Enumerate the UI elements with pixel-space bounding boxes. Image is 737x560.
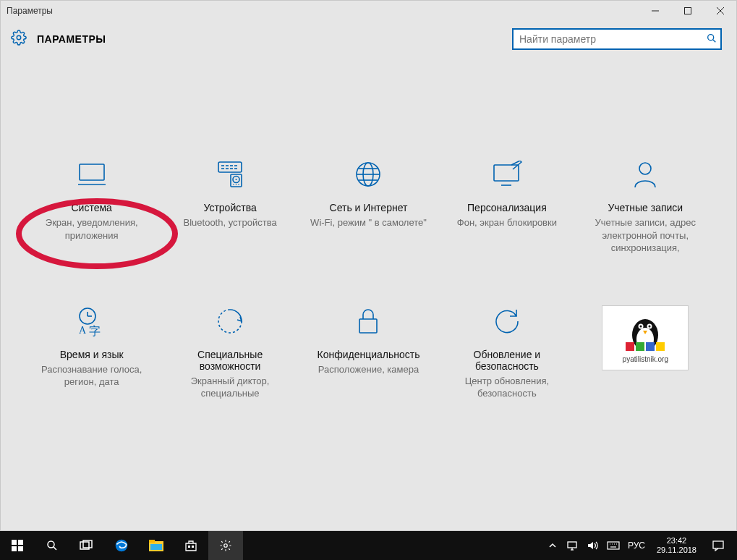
taskbar: РУС 23:42 29.11.2018 — [0, 531, 737, 560]
tile-title: Система — [72, 202, 112, 213]
svg-rect-62 — [188, 546, 190, 548]
titlebar: Параметры — [1, 1, 736, 21]
tile-subtitle: Распознавание голоса, регион, дата — [28, 363, 155, 389]
tile-subtitle: Учетные записи, адрес электронной почты,… — [582, 216, 709, 255]
svg-line-6 — [713, 40, 716, 43]
globe-icon — [354, 158, 383, 190]
tile-title: Время и язык — [60, 349, 124, 360]
tile-title: Устройства — [203, 202, 256, 213]
tile-update-security[interactable]: Обновление и безопасность Центр обновлен… — [438, 305, 576, 400]
svg-point-44 — [649, 326, 651, 328]
maximize-button[interactable] — [671, 1, 704, 21]
update-icon — [493, 305, 521, 337]
svg-rect-47 — [636, 342, 644, 351]
tray-language[interactable]: РУС — [623, 540, 649, 551]
window-controls — [639, 1, 736, 21]
watermark-logo: pyatilistnik.org — [576, 305, 715, 400]
tray-volume-icon[interactable] — [583, 531, 603, 560]
taskbar-settings[interactable] — [208, 531, 243, 560]
svg-text:A: A — [79, 325, 87, 336]
tile-subtitle: Экранный диктор, специальные — [166, 375, 293, 400]
svg-rect-53 — [18, 546, 23, 551]
tray-network-icon[interactable] — [563, 531, 583, 560]
svg-rect-69 — [608, 542, 619, 549]
tray-clock[interactable]: 23:42 29.11.2018 — [649, 536, 704, 555]
tile-personalization[interactable]: Персонализация Фон, экран блокировки — [438, 158, 576, 255]
minimize-button[interactable] — [639, 1, 671, 21]
svg-rect-75 — [713, 541, 723, 548]
svg-rect-61 — [150, 544, 162, 550]
svg-point-54 — [48, 541, 54, 548]
tray-date: 29.11.2018 — [657, 546, 696, 555]
display-icon — [77, 158, 107, 190]
svg-point-24 — [238, 184, 239, 185]
tile-subtitle: Экран, уведомления, приложения — [28, 216, 155, 242]
action-center-button[interactable] — [704, 540, 733, 551]
gear-icon — [11, 30, 27, 48]
svg-point-23 — [236, 184, 237, 185]
tile-subtitle: Центр обновления, безопасность — [443, 375, 570, 400]
svg-rect-63 — [192, 546, 194, 548]
close-button[interactable] — [704, 1, 736, 21]
svg-point-5 — [708, 35, 714, 41]
svg-rect-1 — [684, 8, 691, 14]
tile-devices[interactable]: Устройства Bluetooth, устройства — [161, 158, 299, 255]
svg-line-55 — [54, 547, 56, 550]
ease-of-access-icon — [216, 305, 244, 337]
svg-point-64 — [224, 544, 228, 548]
svg-rect-52 — [12, 546, 17, 551]
tile-accounts[interactable]: Учетные записи Учетные записи, адрес эле… — [576, 158, 715, 255]
taskbar-edge[interactable] — [104, 531, 139, 560]
tile-subtitle: Расположение, камера — [318, 363, 419, 376]
start-button[interactable] — [0, 531, 35, 560]
personalization-icon — [491, 158, 523, 190]
search-icon — [706, 33, 717, 47]
svg-rect-51 — [18, 540, 23, 545]
task-view-button[interactable] — [69, 531, 104, 560]
tile-subtitle: Фон, экран блокировки — [457, 216, 557, 229]
tile-subtitle: Wi-Fi, режим " в самолете" — [310, 216, 427, 229]
svg-rect-48 — [646, 342, 655, 351]
search-input[interactable] — [512, 28, 722, 50]
settings-grid: Система Экран, уведомления, приложения У… — [1, 57, 736, 400]
tile-title: Специальные возможности — [166, 349, 293, 372]
time-language-icon: A 字 — [76, 305, 108, 337]
svg-point-43 — [640, 326, 642, 328]
taskbar-explorer[interactable] — [139, 531, 174, 560]
search-box[interactable] — [512, 28, 722, 50]
devices-icon — [214, 158, 246, 190]
svg-text:字: 字 — [89, 325, 101, 336]
svg-rect-49 — [656, 342, 665, 351]
tile-title: Обновление и безопасность — [443, 349, 570, 372]
person-icon — [632, 158, 658, 190]
svg-rect-60 — [149, 540, 155, 543]
header: ПАРАМЕТРЫ — [1, 21, 736, 57]
watermark-text: pyatilistnik.org — [623, 355, 668, 363]
tile-time-language[interactable]: A 字 Время и язык Распознавание голоса, р… — [22, 305, 161, 400]
tray-time: 23:42 — [667, 536, 687, 546]
svg-marker-68 — [588, 542, 593, 549]
tray-keyboard-icon[interactable] — [603, 531, 623, 560]
tile-title: Сеть и Интернет — [330, 202, 408, 213]
tile-title: Учетные записи — [608, 202, 683, 213]
svg-point-22 — [233, 184, 234, 185]
tile-ease-of-access[interactable]: Специальные возможности Экранный диктор,… — [161, 305, 299, 400]
tile-network[interactable]: Сеть и Интернет Wi-Fi, режим " в самолет… — [299, 158, 438, 255]
svg-point-32 — [639, 163, 651, 174]
svg-rect-46 — [626, 342, 634, 351]
taskbar-store[interactable] — [174, 531, 208, 560]
settings-window: Параметры ПАРАМЕТРЫ — [0, 0, 737, 531]
svg-rect-38 — [359, 319, 377, 333]
tile-title: Конфиденциальность — [317, 349, 419, 360]
svg-rect-50 — [12, 540, 17, 545]
penguin-logo-icon — [620, 312, 670, 355]
tile-system[interactable]: Система Экран, уведомления, приложения — [22, 158, 161, 255]
svg-rect-65 — [568, 542, 576, 548]
tile-privacy[interactable]: Конфиденциальность Расположение, камера — [299, 305, 438, 400]
taskbar-search-button[interactable] — [35, 531, 69, 560]
window-title: Параметры — [7, 6, 53, 16]
svg-rect-10 — [218, 162, 242, 172]
tray-chevron-up-icon[interactable] — [542, 531, 563, 560]
page-title: ПАРАМЕТРЫ — [37, 33, 106, 45]
svg-rect-8 — [80, 164, 104, 180]
